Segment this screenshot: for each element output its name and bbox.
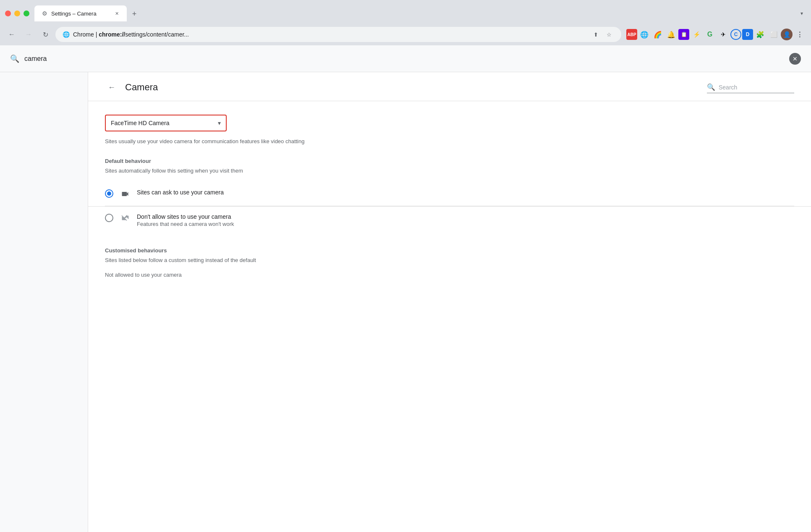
address-protocol: Chrome — [73, 31, 94, 38]
settings-search-bar: 🔍 ✕ — [0, 45, 811, 72]
new-tab-button[interactable]: + — [128, 8, 140, 20]
block-camera-radio[interactable] — [105, 214, 113, 222]
share-button[interactable]: ⬆ — [591, 29, 601, 39]
camera-select[interactable]: FaceTime HD Camera — [106, 115, 226, 131]
window-controls: ▾ — [798, 9, 806, 18]
cast-button[interactable]: ⬜ — [767, 28, 780, 41]
address-text: Chrome | chrome://settings/content/camer… — [73, 31, 587, 38]
content-area: ← Camera 🔍 FaceTime HD Camera ▾ — [88, 72, 811, 532]
maximize-button[interactable] — [24, 10, 29, 16]
settings-search-icon: 🔍 — [10, 54, 19, 63]
profile-avatar[interactable]: 👤 — [781, 29, 793, 40]
d-extension-icon[interactable]: D — [742, 29, 753, 40]
abp-extension-icon[interactable]: ABP — [626, 29, 637, 40]
default-behaviour-title: Default behaviour — [105, 158, 794, 164]
main-content: ← Camera 🔍 FaceTime HD Camera ▾ — [0, 72, 811, 532]
address-path-rest: settings/content/camer... — [125, 31, 189, 38]
c-extension-icon[interactable]: C — [730, 29, 741, 40]
default-behaviour-section: Default behaviour Sites automatically fo… — [105, 158, 794, 234]
allow-camera-radio[interactable] — [105, 189, 113, 198]
minimize-button[interactable] — [14, 10, 20, 16]
search-box-icon: 🔍 — [707, 83, 715, 91]
bookmark-button[interactable]: ☆ — [604, 29, 614, 39]
customised-subtitle: Sites listed below follow a custom setti… — [105, 257, 794, 263]
camera-allow-icon — [120, 189, 130, 199]
window-menu-icon[interactable]: ▾ — [798, 9, 806, 18]
nav-bar: ← → ↻ 🌐 Chrome | chrome://settings/conte… — [0, 24, 811, 45]
clipboard-extension-icon[interactable]: 📋 — [678, 29, 689, 40]
forward-button[interactable]: → — [22, 28, 35, 41]
tab-favicon: ⚙ — [41, 10, 48, 17]
lightning-extension-icon[interactable]: ⚡ — [690, 28, 703, 41]
tab-title: Settings – Camera — [51, 10, 110, 17]
search-box-input[interactable] — [719, 84, 794, 91]
g-extension-icon[interactable]: G — [704, 28, 716, 41]
reload-button[interactable]: ↻ — [39, 28, 52, 41]
back-button[interactable]: ← — [5, 28, 18, 41]
camera-description: Sites usually use your video camera for … — [105, 138, 794, 144]
not-allowed-title: Not allowed to use your camera — [105, 272, 794, 278]
camera-content: FaceTime HD Camera ▾ Sites usually use y… — [88, 101, 811, 291]
settings-search-box[interactable]: 🔍 — [707, 81, 794, 93]
default-behaviour-subtitle: Sites automatically follow this setting … — [105, 168, 794, 174]
camera-back-button[interactable]: ← — [105, 81, 118, 94]
browser-window: ⚙ Settings – Camera ✕ + ▾ ← → ↻ 🌐 Chrome… — [0, 0, 811, 532]
tabs-area: ⚙ Settings – Camera ✕ + — [34, 5, 794, 21]
allow-camera-content: Sites can ask to use your camera — [137, 189, 794, 197]
rainbow-extension-icon[interactable]: 🌈 — [651, 28, 664, 41]
title-bar: ⚙ Settings – Camera ✕ + ▾ — [0, 0, 811, 24]
block-camera-content: Don't allow sites to use your camera Fea… — [137, 213, 794, 227]
camera-block-icon — [120, 213, 130, 223]
settings-search-input[interactable] — [24, 55, 784, 63]
block-camera-option: Don't allow sites to use your camera Fea… — [105, 207, 794, 234]
sidebar — [0, 72, 88, 532]
page-header-left: ← Camera — [105, 81, 158, 94]
notification-extension-icon[interactable]: 🔔 — [665, 28, 678, 41]
customised-title: Customised behaviours — [105, 247, 794, 254]
page-header: ← Camera 🔍 — [88, 72, 811, 101]
globe-extension-icon[interactable]: 🌐 — [638, 28, 651, 41]
address-bar-security-icon: 🌐 — [63, 31, 70, 38]
address-bar[interactable]: 🌐 Chrome | chrome://settings/content/cam… — [55, 27, 621, 42]
settings-search-clear-button[interactable]: ✕ — [789, 53, 801, 65]
toolbar-icons: ABP 🌐 🌈 🔔 📋 ⚡ G ✈ C D 🧩 ⬜ 👤 — [626, 28, 806, 41]
address-path: chrome:// — [99, 31, 125, 38]
customised-behaviours-section: Customised behaviours Sites listed below… — [105, 247, 794, 278]
traffic-lights — [5, 10, 29, 16]
camera-select-wrapper: FaceTime HD Camera ▾ — [105, 115, 794, 131]
allow-camera-label: Sites can ask to use your camera — [137, 189, 794, 196]
close-button[interactable] — [5, 10, 11, 16]
allow-camera-option: Sites can ask to use your camera — [105, 182, 794, 206]
block-camera-sublabel: Features that need a camera won't work — [137, 221, 794, 227]
page-title: Camera — [125, 82, 158, 93]
speed-extension-icon[interactable]: ✈ — [717, 28, 730, 41]
extensions-button[interactable]: 🧩 — [754, 28, 767, 41]
tab-close-button[interactable]: ✕ — [113, 10, 120, 17]
block-camera-label: Don't allow sites to use your camera — [137, 213, 794, 220]
active-tab[interactable]: ⚙ Settings – Camera ✕ — [34, 5, 127, 21]
chrome-menu-button[interactable]: ⋮ — [793, 28, 806, 41]
camera-select-container[interactable]: FaceTime HD Camera ▾ — [105, 115, 227, 131]
